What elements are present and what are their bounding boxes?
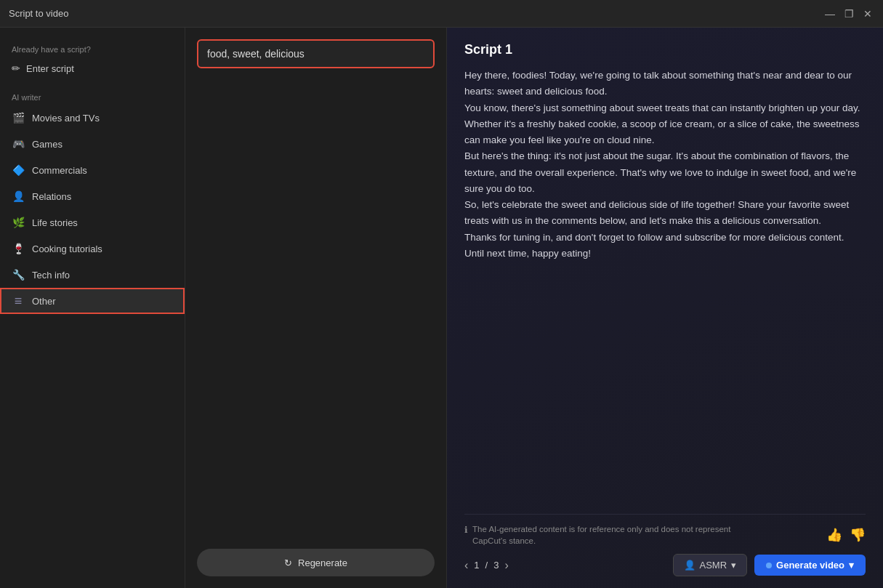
sidebar-item-tech-label: Tech info	[32, 270, 70, 281]
close-button[interactable]: ✕	[861, 7, 874, 20]
enter-script-button[interactable]: ✏ Enter script	[12, 58, 173, 78]
pagination: ‹ 1/3 ›	[464, 559, 509, 572]
sidebar-item-tech-info[interactable]: 🔧 Tech info	[0, 262, 185, 288]
generate-video-label: Generate video	[776, 560, 844, 571]
sidebar-item-relations[interactable]: 👤 Relations	[0, 183, 185, 209]
main-layout: Already have a script? ✏ Enter script AI…	[0, 28, 883, 588]
sidebar-item-life-stories-label: Life stories	[32, 217, 78, 228]
script-text: Hey there, foodies! Today, we're going t…	[464, 70, 860, 259]
enter-script-section: Already have a script? ✏ Enter script	[0, 39, 185, 89]
left-panel: ↻ Regenerate	[185, 28, 447, 588]
sidebar-item-games[interactable]: 🎮 Games	[0, 131, 185, 157]
script-footer: ℹ The AI-generated content is for refere…	[464, 514, 866, 547]
generate-video-button[interactable]: Generate video ▾	[754, 555, 866, 576]
asmr-label: ASMR	[700, 560, 727, 571]
minimize-button[interactable]: —	[823, 7, 836, 20]
person-icon: 👤	[684, 560, 695, 571]
page-total: 3	[493, 560, 499, 571]
sidebar-item-games-label: Games	[32, 139, 63, 150]
info-icon: ℹ	[464, 524, 468, 536]
thumbdown-button[interactable]: 👎	[850, 527, 866, 543]
regenerate-button[interactable]: ↻ Regenerate	[197, 549, 435, 576]
sidebar-item-life-stories[interactable]: 🌿 Life stories	[0, 209, 185, 235]
sidebar-item-other[interactable]: ≡ Other	[0, 288, 185, 314]
asmr-arrow-icon: ▾	[731, 560, 736, 571]
regenerate-icon: ↻	[284, 557, 292, 568]
regenerate-label: Regenerate	[298, 557, 347, 568]
keyword-input[interactable]	[207, 48, 424, 60]
pencil-icon: ✏	[12, 63, 20, 74]
sidebar-item-other-label: Other	[32, 296, 56, 307]
thumbup-button[interactable]: 👍	[826, 527, 842, 543]
script-nav: ‹ 1/3 › 👤 ASMR ▾ Generate video ▾	[464, 547, 866, 576]
generate-dot-icon	[766, 563, 772, 568]
life-stories-icon: 🌿	[12, 216, 25, 229]
already-have-script-label: Already have a script?	[12, 45, 173, 54]
movies-icon: 🎬	[12, 111, 25, 124]
maximize-button[interactable]: ❐	[842, 7, 855, 20]
games-icon: 🎮	[12, 137, 25, 150]
window-controls: — ❐ ✕	[823, 7, 874, 20]
tech-icon: 🔧	[12, 268, 25, 281]
window-title: Script to video	[9, 8, 68, 19]
generate-arrow-icon: ▾	[849, 560, 854, 571]
title-bar: Script to video — ❐ ✕	[0, 0, 883, 28]
sidebar-item-cooking[interactable]: 🍷 Cooking tutorials	[0, 235, 185, 262]
sidebar: Already have a script? ✏ Enter script AI…	[0, 28, 185, 588]
sidebar-item-cooking-label: Cooking tutorials	[32, 243, 102, 254]
sidebar-item-commercials-label: Commercials	[32, 165, 87, 176]
other-icon: ≡	[12, 294, 25, 307]
sidebar-item-commercials[interactable]: 🔷 Commercials	[0, 157, 185, 183]
sidebar-item-movies[interactable]: 🎬 Movies and TVs	[0, 105, 185, 131]
feedback-buttons: 👍 👎	[826, 527, 866, 543]
cooking-icon: 🍷	[12, 242, 25, 255]
ai-writer-label: AI writer	[0, 89, 185, 105]
enter-script-label: Enter script	[26, 63, 74, 74]
content-area: ↻ Regenerate Script 1 Hey there, foodies…	[185, 28, 883, 588]
next-page-button[interactable]: ›	[504, 559, 508, 572]
script-title: Script 1	[464, 42, 866, 57]
keyword-input-wrapper[interactable]	[197, 39, 435, 68]
sidebar-item-relations-label: Relations	[32, 191, 71, 202]
script-content: Hey there, foodies! Today, we're going t…	[464, 68, 866, 505]
disclaimer-text: The AI-generated content is for referenc…	[472, 523, 741, 547]
page-separator: /	[485, 560, 488, 571]
prev-page-button[interactable]: ‹	[464, 559, 468, 572]
page-current: 1	[474, 560, 479, 571]
right-actions: 👤 ASMR ▾ Generate video ▾	[673, 554, 866, 576]
commercials-icon: 🔷	[12, 164, 25, 177]
asmr-button[interactable]: 👤 ASMR ▾	[673, 554, 748, 576]
right-panel: Script 1 Hey there, foodies! Today, we'r…	[447, 28, 883, 588]
disclaimer: ℹ The AI-generated content is for refere…	[464, 523, 741, 547]
sidebar-item-movies-label: Movies and TVs	[32, 113, 100, 124]
relations-icon: 👤	[12, 190, 25, 203]
